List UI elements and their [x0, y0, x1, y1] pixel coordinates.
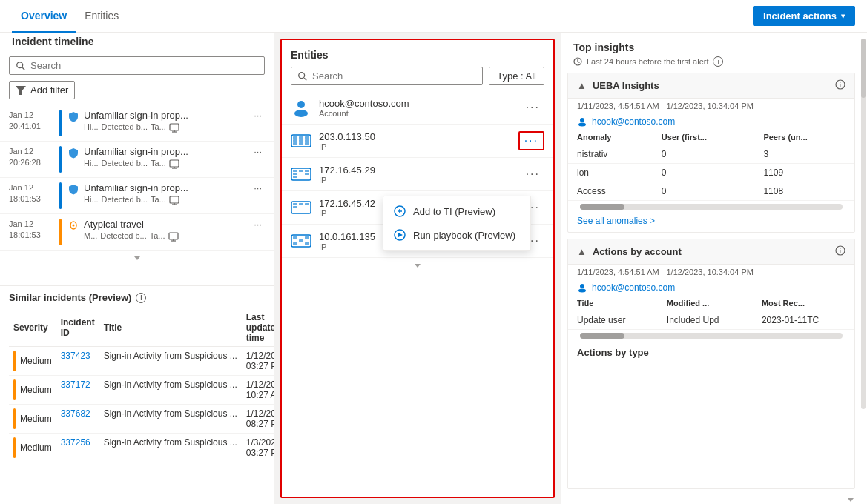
- svg-rect-38: [305, 173, 309, 175]
- similar-incidents-title: Similar incidents (Preview): [9, 292, 131, 303]
- svg-rect-34: [293, 173, 297, 175]
- chevron-down-icon: ▾: [841, 12, 845, 20]
- svg-rect-45: [293, 236, 297, 239]
- svg-rect-25: [293, 142, 297, 145]
- svg-point-20: [297, 101, 305, 108]
- svg-marker-2: [16, 86, 26, 95]
- timeline-item[interactable]: Jan 12 20:41:01 Unfamiliar sign-in prop.…: [0, 105, 274, 142]
- incident-id-link[interactable]: 337423: [61, 351, 90, 361]
- actions-info-icon[interactable]: i: [835, 245, 845, 258]
- svg-rect-35: [293, 176, 297, 178]
- similar-incidents-table: Severity Incident ID Title Last update t…: [9, 309, 274, 462]
- timeline-search-input[interactable]: [30, 60, 258, 71]
- collapse-icon[interactable]: ▲: [577, 80, 587, 91]
- incident-id-link[interactable]: 337256: [61, 437, 90, 448]
- entities-panel: Entities Type : All hcook@contoso.com: [280, 39, 555, 498]
- right-scrollbar-track[interactable]: [861, 39, 866, 409]
- collapse-icon[interactable]: ▲: [577, 246, 587, 257]
- svg-point-62: [578, 123, 586, 127]
- entity-more-active-button[interactable]: ···: [518, 131, 544, 150]
- right-scrollbar-thumb[interactable]: [861, 39, 866, 98]
- timeline-list: Jan 12 20:41:01 Unfamiliar sign-in prop.…: [0, 105, 274, 265]
- search-icon: [297, 71, 308, 82]
- ueba-table: Anomaly User (first... Peers (un... nist…: [568, 130, 854, 201]
- ueba-horiz-scrollbar[interactable]: [580, 204, 843, 210]
- table-row: ion 0 1109: [568, 164, 854, 182]
- svg-line-19: [304, 78, 306, 80]
- table-row: Medium 337256 Sign-in Activity from Susp…: [9, 434, 274, 462]
- similar-incidents-info-icon[interactable]: i: [136, 293, 146, 303]
- time-range-info-icon[interactable]: i: [713, 56, 723, 67]
- svg-rect-46: [293, 242, 297, 245]
- entities-search-input[interactable]: [312, 70, 476, 82]
- entity-more-button[interactable]: ···: [521, 165, 544, 184]
- timeline-item-more-button[interactable]: ···: [251, 182, 265, 193]
- ip-icon: [291, 231, 311, 251]
- device-icon: [169, 195, 179, 205]
- run-playbook-menu-item[interactable]: Run playbook (Preview): [383, 223, 530, 247]
- incident-id-link[interactable]: 337172: [61, 379, 90, 390]
- see-all-anomalies-link[interactable]: See all anomalies >: [568, 213, 854, 232]
- svg-rect-3: [170, 124, 179, 130]
- entity-list: hcook@contoso.com Account ···: [282, 91, 553, 497]
- svg-rect-33: [293, 170, 297, 172]
- col-time: Last update time: [242, 309, 274, 347]
- svg-rect-42: [299, 203, 303, 205]
- device-icon: [169, 122, 179, 133]
- type-filter-button[interactable]: Type : All: [489, 67, 544, 85]
- timeline-search-box[interactable]: [9, 56, 265, 75]
- add-filter-button[interactable]: Add filter: [9, 81, 75, 99]
- person-icon: [577, 116, 587, 127]
- add-ti-icon: [394, 205, 406, 217]
- ueba-info-icon[interactable]: i: [835, 79, 845, 92]
- table-row: Access 0 1108: [568, 182, 854, 201]
- svg-rect-49: [305, 242, 309, 245]
- svg-rect-14: [169, 233, 178, 239]
- incident-id-link[interactable]: 337682: [61, 408, 90, 419]
- svg-marker-55: [398, 233, 403, 237]
- ueba-time-range: 1/11/2023, 4:54:51 AM - 1/12/2023, 10:34…: [568, 99, 854, 113]
- svg-rect-37: [305, 170, 309, 172]
- entity-item[interactable]: hcook@contoso.com Account ···: [282, 91, 553, 125]
- add-to-ti-menu-item[interactable]: Add to TI (Preview): [383, 199, 530, 223]
- timeline-item[interactable]: Jan 1218:01:53 Unfamiliar sign-in prop..…: [0, 178, 274, 214]
- svg-rect-36: [299, 170, 303, 172]
- entities-search-box[interactable]: [291, 67, 483, 85]
- ip-icon: [291, 130, 311, 151]
- svg-point-61: [580, 118, 584, 122]
- entity-item[interactable]: 203.0.113.50 IP ···: [282, 125, 553, 158]
- person-icon: [291, 97, 311, 118]
- svg-rect-41: [293, 206, 297, 208]
- entity-item[interactable]: 172.16.45.29 IP ···: [282, 158, 553, 191]
- entities-title: Entities: [282, 40, 553, 67]
- tab-entities[interactable]: Entities: [76, 0, 128, 33]
- svg-line-58: [578, 62, 580, 63]
- svg-rect-28: [299, 142, 303, 145]
- svg-marker-17: [134, 256, 140, 260]
- tab-overview[interactable]: Overview: [12, 0, 76, 33]
- svg-rect-48: [305, 236, 309, 239]
- actions-header: ▲ Actions by account i: [568, 239, 854, 265]
- ueba-header: ▲ UEBA Insights i: [568, 73, 854, 99]
- svg-marker-50: [415, 264, 421, 268]
- timeline-item[interactable]: Jan 1220:26:28 Unfamiliar sign-in prop..…: [0, 142, 274, 178]
- svg-marker-67: [848, 498, 854, 502]
- actions-horiz-scrollbar[interactable]: [580, 333, 843, 339]
- incident-actions-button[interactable]: Incident actions ▾: [753, 6, 855, 26]
- scroll-down-icon: [846, 495, 855, 504]
- svg-text:i: i: [840, 82, 841, 89]
- svg-point-66: [578, 289, 586, 293]
- svg-rect-6: [170, 160, 179, 167]
- entities-search-row: Type : All: [282, 67, 553, 91]
- actions-table: Title Modified ... Most Rec... Update us…: [568, 296, 854, 330]
- svg-line-1: [22, 67, 24, 70]
- table-row: Update user Included Upd 2023-01-11TC: [568, 311, 854, 330]
- timeline-item-more-button[interactable]: ···: [251, 219, 265, 230]
- svg-rect-27: [299, 139, 303, 142]
- timeline-item[interactable]: Jan 1218:01:53 Atypical travel M...Detec…: [0, 214, 274, 251]
- svg-point-13: [73, 225, 75, 227]
- timeline-item-more-button[interactable]: ···: [251, 146, 265, 157]
- timeline-item-more-button[interactable]: ···: [251, 110, 265, 121]
- entity-more-button[interactable]: ···: [521, 98, 544, 117]
- col-incident-id: Incident ID: [56, 309, 99, 347]
